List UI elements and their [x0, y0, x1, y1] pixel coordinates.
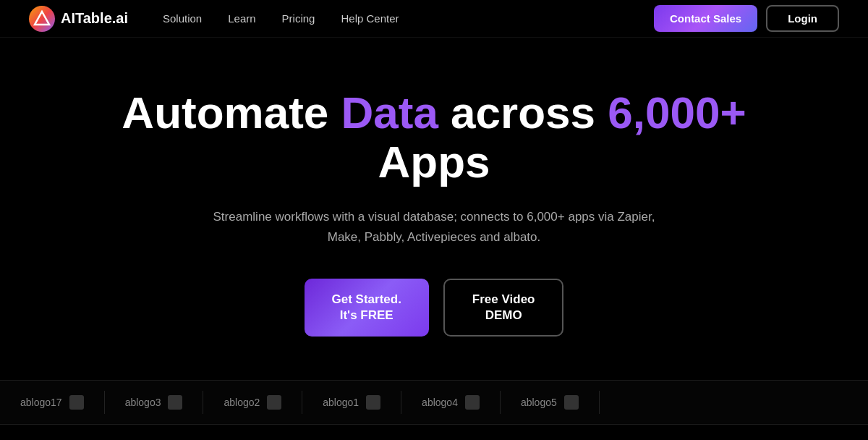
logo-text: AITable.ai: [61, 10, 128, 27]
free-video-demo-button[interactable]: Free Video DEMO: [443, 279, 564, 337]
login-button[interactable]: Login: [766, 5, 839, 32]
free-video-line2: DEMO: [485, 308, 522, 322]
nav-learn[interactable]: Learn: [228, 12, 255, 25]
get-started-button[interactable]: Get Started. It's FREE: [305, 279, 429, 337]
logo-name: ablogo2: [224, 397, 260, 408]
logo-image-placeholder: [564, 395, 579, 410]
list-item: ablogo3: [105, 391, 204, 414]
logo-image-placeholder: [69, 395, 84, 410]
logo[interactable]: AITable.ai: [29, 6, 128, 32]
list-item: ablogo1: [302, 391, 401, 414]
navbar: AITable.ai Solution Learn Pricing Help C…: [0, 0, 868, 38]
hero-section: Automate Data across 6,000+ Apps Streaml…: [0, 38, 868, 380]
hero-cta-group: Get Started. It's FREE Free Video DEMO: [305, 279, 564, 337]
list-item: ablogo4: [401, 391, 501, 414]
hero-subtitle: Streamline workflows with a visual datab…: [210, 207, 658, 246]
logos-strip: ablogo17 ablogo3 ablogo2 ablogo1 ablogo4…: [0, 380, 868, 425]
contact-sales-button[interactable]: Contact Sales: [654, 5, 757, 32]
hero-title-part1: Automate: [122, 88, 341, 138]
free-video-line1: Free Video: [472, 292, 535, 306]
hero-title: Automate Data across 6,000+ Apps: [109, 88, 760, 187]
get-started-line1: Get Started.: [332, 292, 401, 306]
nav-solution[interactable]: Solution: [163, 12, 202, 25]
logo-name: ablogo1: [323, 397, 359, 408]
svg-point-0: [29, 6, 55, 32]
hero-title-highlight2: 6,000+: [608, 88, 746, 138]
logo-image-placeholder: [168, 395, 182, 410]
get-started-line2: It's FREE: [340, 308, 393, 322]
nav-actions: Contact Sales Login: [654, 5, 839, 32]
logo-name: ablogo4: [422, 397, 458, 408]
logo-image-placeholder: [267, 395, 281, 410]
logo-image-placeholder: [465, 395, 480, 410]
hero-title-part3: Apps: [378, 137, 490, 187]
list-item: ablogo5: [501, 391, 600, 414]
logo-icon: [29, 6, 55, 32]
list-item: ablogo2: [203, 391, 302, 414]
nav-pricing[interactable]: Pricing: [282, 12, 315, 25]
logo-name: ablogo5: [521, 397, 557, 408]
logo-image-placeholder: [366, 395, 380, 410]
nav-links: Solution Learn Pricing Help Center: [163, 12, 654, 25]
logo-name: ablogo17: [20, 397, 62, 408]
hero-title-part2: across: [438, 88, 608, 138]
logo-name: ablogo3: [125, 397, 161, 408]
hero-title-highlight1: Data: [341, 88, 438, 138]
nav-help-center[interactable]: Help Center: [341, 12, 399, 25]
list-item: ablogo17: [0, 391, 105, 414]
stats-section: 10,000+ GitHub stars showcasing develope…: [0, 425, 868, 440]
